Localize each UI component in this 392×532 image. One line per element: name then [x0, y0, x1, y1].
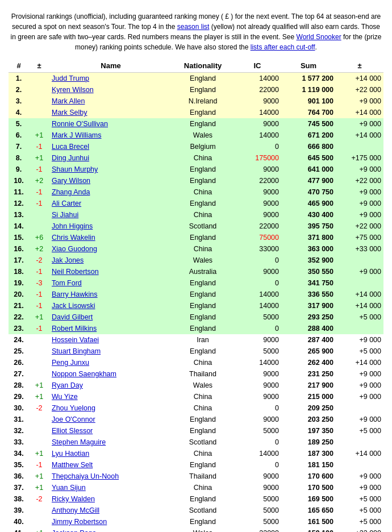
- rank-cell: 3.: [9, 95, 29, 107]
- player-link[interactable]: Lyu Haotian: [52, 450, 89, 458]
- player-link[interactable]: Si Jiahui: [52, 211, 78, 219]
- sum-cell: 465 900: [281, 198, 336, 209]
- season-list-link[interactable]: season list: [177, 23, 210, 31]
- nationality-cell: England: [172, 300, 233, 311]
- player-link[interactable]: Barry Hawkins: [52, 290, 98, 298]
- player-link[interactable]: Ronnie O'Sullivan: [52, 120, 108, 128]
- sum-cell: 265 900: [281, 346, 336, 357]
- player-link[interactable]: Jack Lisowski: [52, 302, 95, 310]
- player-link[interactable]: Jimmy Robertson: [52, 518, 107, 526]
- lists-link[interactable]: lists after each cut-off: [251, 43, 315, 51]
- player-link[interactable]: Ryan Day: [52, 381, 83, 389]
- player-link[interactable]: John Higgins: [52, 222, 93, 230]
- table-row: 34. +1 Lyu Haotian China 14000 187 300 +…: [9, 448, 383, 459]
- rank-cell: 12.: [9, 198, 29, 209]
- table-row: 3. Mark Allen N.Ireland 9000 901 100 +9 …: [9, 95, 383, 107]
- sum-cell: 169 500: [281, 493, 336, 505]
- player-link[interactable]: Wu Yize: [52, 393, 78, 401]
- player-link[interactable]: Stephen Maguire: [52, 438, 106, 446]
- ic-cell: 9000: [233, 368, 281, 380]
- player-link[interactable]: Chris Wakelin: [52, 234, 95, 242]
- name-cell: Yuan Sijun: [49, 482, 172, 493]
- change-cell: -1: [29, 300, 49, 311]
- nationality-cell: England: [172, 175, 233, 186]
- nationality-cell: England: [172, 107, 233, 118]
- nationality-cell: Belgium: [172, 141, 233, 152]
- change-cell: [29, 107, 49, 118]
- name-cell: Xiao Guodong: [49, 243, 172, 255]
- player-link[interactable]: Joe O'Connor: [52, 415, 95, 423]
- player-link[interactable]: Noppon Saengkham: [52, 370, 116, 378]
- world-snooker-link[interactable]: World Snooker: [297, 33, 341, 41]
- prize-value: +9 000: [359, 370, 381, 378]
- table-row: 37. +1 Yuan Sijun China 9000 170 500 +9 …: [9, 482, 383, 493]
- rank-cell: 10.: [9, 175, 29, 186]
- player-link[interactable]: Judd Trump: [52, 74, 89, 82]
- player-link[interactable]: Tom Ford: [52, 279, 82, 287]
- prize-cell: +22 000: [336, 221, 383, 232]
- player-link[interactable]: Robert Milkins: [52, 325, 97, 332]
- player-link[interactable]: Gary Wilson: [52, 177, 90, 185]
- player-link[interactable]: Ali Carter: [52, 200, 81, 207]
- nationality-cell: England: [172, 164, 233, 175]
- change-indicator: +1: [35, 529, 43, 532]
- change-cell: +1: [29, 311, 49, 323]
- sum-cell: 350 550: [281, 266, 336, 277]
- table-row: 19. -3 Tom Ford England 0 341 750: [9, 277, 383, 289]
- name-cell: Jackson Page: [49, 527, 172, 532]
- player-link[interactable]: Anthony McGill: [52, 506, 99, 514]
- player-link[interactable]: Mark Allen: [52, 97, 85, 105]
- player-link[interactable]: Stuart Bingham: [52, 347, 101, 355]
- player-link[interactable]: Luca Brecel: [52, 143, 89, 151]
- name-cell: Lyu Haotian: [49, 448, 172, 459]
- player-link[interactable]: Mark J Williams: [52, 131, 102, 139]
- sum-cell: 341 750: [281, 277, 336, 289]
- player-link[interactable]: Neil Robertson: [52, 268, 99, 276]
- prize-value: +22 000: [355, 86, 381, 94]
- change-cell: [29, 84, 49, 95]
- player-link[interactable]: Ricky Walden: [52, 495, 95, 503]
- prize-cell: +9 000: [336, 266, 383, 277]
- player-link[interactable]: Zhang Anda: [52, 188, 90, 196]
- player-link[interactable]: Elliot Slessor: [52, 427, 93, 435]
- player-link[interactable]: Matthew Selt: [52, 461, 93, 469]
- player-link[interactable]: Jak Jones: [52, 256, 84, 264]
- nationality-cell: Iran: [172, 334, 233, 346]
- table-row: 15. +6 Chris Wakelin England 75000 371 8…: [9, 232, 383, 243]
- prize-cell: +5 000: [336, 311, 383, 323]
- player-link[interactable]: Jackson Page: [52, 529, 97, 532]
- player-link[interactable]: Zhou Yuelong: [52, 404, 95, 412]
- player-link[interactable]: Ding Junhui: [52, 154, 89, 162]
- prize-cell: +9 000: [336, 471, 383, 482]
- col-name: Name: [49, 59, 172, 73]
- rank-cell: 31.: [9, 414, 29, 425]
- rank-cell: 14.: [9, 221, 29, 232]
- change-cell: +1: [29, 130, 49, 141]
- sum-cell: 161 500: [281, 516, 336, 527]
- nationality-cell: China: [172, 243, 233, 255]
- player-link[interactable]: David Gilbert: [52, 313, 93, 321]
- change-indicator: -2: [36, 404, 42, 412]
- player-link[interactable]: Yuan Sijun: [52, 484, 86, 492]
- player-link[interactable]: Thepchaiya Un-Nooh: [52, 472, 119, 480]
- prize-value: +9 000: [359, 165, 381, 173]
- player-link[interactable]: Kyren Wilson: [52, 86, 94, 94]
- player-link[interactable]: Peng Junxu: [52, 359, 89, 367]
- nationality-cell: Scotland: [172, 505, 233, 516]
- player-link[interactable]: Mark Selby: [52, 109, 87, 117]
- prize-value: +9 000: [359, 268, 381, 276]
- change-cell: [29, 505, 49, 516]
- name-cell: Mark Allen: [49, 95, 172, 107]
- change-indicator: +1: [35, 313, 43, 321]
- change-cell: -1: [29, 459, 49, 471]
- name-cell: Neil Robertson: [49, 266, 172, 277]
- player-link[interactable]: Hossein Vafaei: [52, 336, 99, 344]
- player-link[interactable]: Shaun Murphy: [52, 165, 98, 173]
- ic-cell: 14000: [233, 73, 281, 85]
- prize-value: +5 000: [359, 518, 381, 526]
- name-cell: Anthony McGill: [49, 505, 172, 516]
- table-row: 20. -1 Barry Hawkins England 14000 336 5…: [9, 289, 383, 300]
- player-link[interactable]: Xiao Guodong: [52, 245, 97, 253]
- change-indicator: +2: [35, 245, 43, 253]
- nationality-cell: England: [172, 118, 233, 130]
